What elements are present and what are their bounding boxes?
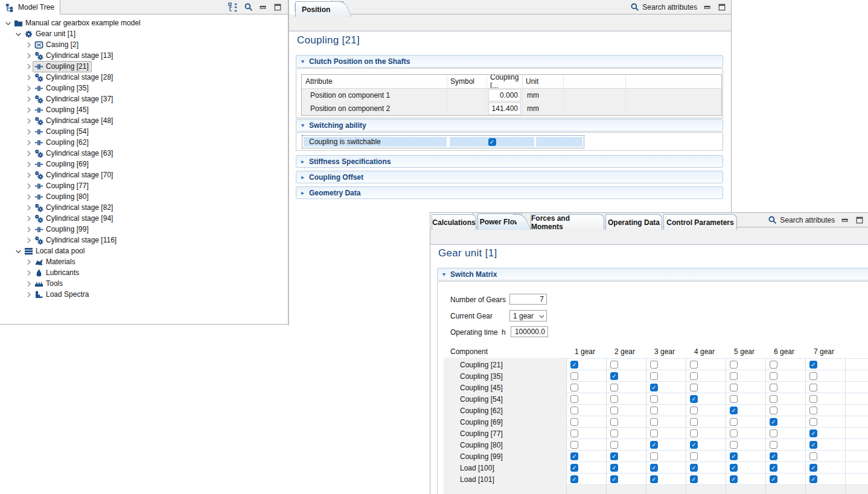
chevron-right-icon[interactable] (24, 106, 33, 114)
gear-checkbox[interactable]: ✓ (730, 407, 738, 414)
gear-checkbox[interactable] (610, 441, 618, 449)
tab-calculations[interactable]: Calculations (432, 214, 476, 230)
tree-item[interactable]: Casing [2] (0, 39, 288, 50)
gear-checkbox[interactable] (570, 395, 578, 403)
tree-item[interactable]: Cylindrical stage [82] (0, 202, 288, 213)
chevron-right-icon[interactable] (24, 226, 33, 233)
gear-checkbox[interactable] (809, 452, 817, 460)
gear-checkbox[interactable]: ✓ (730, 475, 738, 483)
gear-checkbox[interactable]: ✓ (610, 372, 618, 380)
chevron-right-icon[interactable] (24, 160, 33, 168)
value-cell[interactable]: 141.400 (488, 103, 521, 115)
gear-checkbox[interactable]: ✓ (610, 464, 618, 472)
tree-item[interactable]: Local data pool (0, 245, 288, 256)
gear-checkbox[interactable] (690, 361, 698, 369)
gear-checkbox[interactable]: ✓ (809, 475, 817, 483)
gear-checkbox[interactable]: ✓ (570, 464, 578, 472)
gear-checkbox[interactable]: ✓ (610, 452, 618, 460)
gear-checkbox[interactable] (610, 361, 618, 369)
tab-control-parameters[interactable]: Control Parameters (663, 214, 737, 230)
tree-item[interactable]: Cylindrical stage [28] (0, 72, 288, 83)
gear-checkbox[interactable]: ✓ (570, 452, 578, 460)
gear-checkbox[interactable]: ✓ (770, 464, 777, 472)
tree-item[interactable]: Gear unit [1] (0, 28, 288, 39)
section-header-switching-ability[interactable]: ▾ Switching ability (296, 119, 723, 131)
gear-checkbox[interactable]: ✓ (570, 475, 578, 483)
section-header-clutch-position[interactable]: ▾ Clutch Position on the Shafts (296, 55, 723, 68)
search-icon[interactable] (244, 2, 253, 11)
value-cell[interactable]: 0.000 (488, 89, 521, 101)
gear-checkbox[interactable] (610, 384, 618, 391)
chevron-down-icon[interactable] (14, 30, 23, 38)
gear-checkbox[interactable] (770, 372, 777, 380)
tab-forces-and-moments[interactable]: Forces and Moments (531, 214, 604, 230)
section-header-geometry-data[interactable]: ▸ Geometry Data (296, 186, 723, 199)
chevron-right-icon[interactable] (24, 139, 33, 147)
model-tree-tab[interactable]: Model Tree (0, 0, 60, 14)
gear-checkbox[interactable] (570, 418, 578, 426)
gear-checkbox[interactable] (730, 395, 738, 403)
gear-checkbox[interactable]: ✓ (690, 395, 698, 403)
chevron-right-icon[interactable] (24, 193, 33, 201)
search-attributes-button[interactable]: Search attributes (768, 215, 835, 224)
tab-position[interactable]: Position (295, 1, 343, 17)
chevron-right-icon[interactable] (24, 258, 33, 266)
minimize-icon[interactable] (259, 3, 267, 11)
chevron-right-icon[interactable] (24, 182, 33, 190)
minimize-icon[interactable] (703, 3, 712, 11)
gear-checkbox[interactable]: ✓ (690, 441, 698, 449)
chevron-right-icon[interactable] (24, 204, 33, 212)
gear-checkbox[interactable] (650, 429, 658, 437)
switchable-row[interactable]: Coupling is switchable ✓ (302, 135, 584, 148)
gear-checkbox[interactable] (570, 384, 578, 391)
chevron-right-icon[interactable] (24, 236, 33, 244)
tree-item[interactable]: Tools (0, 278, 288, 289)
tree-item[interactable]: Coupling [21] (0, 61, 288, 72)
section-header-switch-matrix[interactable]: ▾ Switch Matrix (437, 268, 868, 280)
maximize-icon[interactable] (718, 3, 726, 11)
gear-checkbox[interactable]: ✓ (809, 441, 817, 449)
chevron-right-icon[interactable] (24, 215, 33, 223)
tree-item[interactable]: Cylindrical stage [70] (0, 169, 288, 180)
tree-item[interactable]: Coupling [62] (0, 137, 288, 148)
minimize-icon[interactable] (841, 216, 849, 224)
gear-checkbox[interactable]: ✓ (690, 464, 698, 472)
chevron-right-icon[interactable] (24, 84, 33, 92)
operating-time-input[interactable]: 100000.0 (511, 326, 548, 337)
gear-checkbox[interactable]: ✓ (809, 464, 817, 472)
gear-checkbox[interactable] (650, 418, 658, 426)
gear-checkbox[interactable] (809, 384, 817, 391)
gear-checkbox[interactable] (650, 452, 658, 460)
tree-item[interactable]: Cylindrical stage [37] (0, 93, 288, 104)
chevron-right-icon[interactable] (24, 280, 33, 288)
gear-checkbox[interactable] (610, 407, 618, 414)
tab-power-flow[interactable]: Power Flow (477, 214, 522, 230)
chevron-right-icon[interactable] (24, 128, 33, 136)
gear-checkbox[interactable] (730, 372, 738, 380)
gear-checkbox[interactable] (690, 384, 698, 391)
gear-checkbox[interactable] (650, 395, 658, 403)
gear-checkbox[interactable] (809, 407, 817, 414)
number-of-gears-input[interactable]: 7 (509, 294, 547, 305)
maximize-icon[interactable] (855, 216, 864, 224)
gear-checkbox[interactable] (650, 361, 658, 369)
gear-checkbox[interactable] (770, 395, 777, 403)
gear-checkbox[interactable] (690, 418, 698, 426)
tree-item[interactable]: Coupling [99] (0, 224, 288, 235)
tree-item[interactable]: Coupling [54] (0, 126, 288, 137)
tree-item[interactable]: Cylindrical stage [48] (0, 115, 288, 126)
chevron-right-icon[interactable] (24, 150, 33, 157)
gear-checkbox[interactable]: ✓ (770, 418, 777, 426)
maximize-icon[interactable] (273, 3, 282, 11)
gear-checkbox[interactable] (570, 407, 578, 414)
gear-checkbox[interactable] (690, 429, 698, 437)
gear-checkbox[interactable] (650, 407, 658, 414)
gear-checkbox[interactable] (610, 395, 618, 403)
gear-checkbox[interactable] (770, 384, 777, 391)
tree-item[interactable]: Coupling [80] (0, 191, 288, 202)
gear-checkbox[interactable] (730, 384, 738, 391)
chevron-right-icon[interactable] (24, 269, 33, 277)
gear-checkbox[interactable]: ✓ (690, 475, 698, 483)
gear-checkbox[interactable] (730, 418, 738, 426)
search-attributes-button[interactable]: Search attributes (630, 2, 697, 11)
